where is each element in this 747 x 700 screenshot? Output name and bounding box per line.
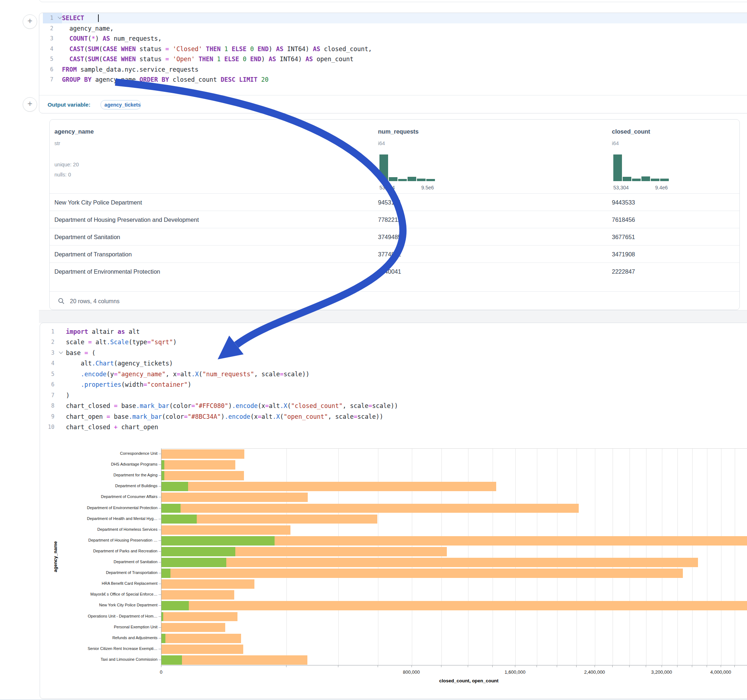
bar-closed_count [162, 601, 747, 610]
histogram-min-label: 53,304 [380, 185, 395, 190]
gridline [646, 449, 646, 665]
gridline [378, 449, 378, 665]
x-axis-tick [468, 665, 468, 667]
table-row[interactable]: Department of Transportation377489234719… [50, 245, 739, 263]
gridline [692, 449, 693, 665]
y-axis-label: Department for the Aging [42, 473, 157, 477]
add-cell-button-middle[interactable]: + [23, 97, 37, 112]
code-line[interactable]: 6FROM sample_data.nyc.service_requests [39, 65, 747, 75]
code-line[interactable]: 5 .encode(y="agency_name", x=alt.X("num_… [40, 369, 747, 380]
results-table: agency_namestrunique: 20nulls: 0num_requ… [49, 119, 740, 310]
y-axis-label: Operations Unit - Department of Hom… [42, 614, 157, 618]
bar-closed_count [162, 460, 235, 469]
gridline [338, 449, 339, 665]
x-axis-line [161, 665, 747, 665]
table-cell: Department of Environmental Protection [54, 263, 160, 280]
table-row[interactable]: New York City Police Department945313194… [50, 193, 739, 211]
x-axis-tick [537, 665, 537, 667]
code-line[interactable]: 4 CAST(SUM(CASE WHEN status = 'Closed' T… [39, 44, 747, 54]
code-line[interactable]: 8chart_closed = base.mark_bar(color="#FF… [40, 401, 747, 412]
code-text: ) [66, 390, 70, 401]
y-axis-label: Department of Health and Mental Hyg… [42, 516, 157, 520]
python-editor[interactable]: 1import altair as alt2scale = alt.Scale(… [40, 326, 747, 434]
x-axis-tick [286, 665, 286, 667]
code-line[interactable]: 2 agency_name, [39, 23, 747, 34]
x-axis-tick [692, 665, 692, 667]
add-cell-button-top[interactable]: + [23, 14, 37, 29]
column-type: i64 [378, 140, 385, 146]
code-line[interactable]: 9chart_open = base.mark_bar(color="#8BC3… [40, 411, 747, 422]
y-axis-label: Department of Homeless Services [42, 527, 157, 531]
line-number: 7 [39, 74, 53, 85]
output-variable-label: Output variable: [48, 101, 91, 108]
y-axis-tick [159, 594, 161, 595]
y-axis-tick [159, 649, 161, 649]
sql-cell: 1SELECT 2 agency_name,3 COUNT(*) AS num_… [39, 13, 747, 113]
code-text: CAST(SUM(CASE WHEN status = 'Open' THEN … [62, 54, 354, 65]
table-row[interactable]: Department of Housing Preservation and D… [50, 211, 739, 228]
y-axis-tick [159, 562, 161, 563]
histogram [613, 154, 669, 181]
y-axis-label: DHS Advantage Programs [42, 462, 157, 466]
x-axis-tick-label: 0 [160, 669, 162, 675]
row-count-label: 20 rows, 4 columns [70, 298, 119, 305]
table-cell: 7618456 [612, 211, 635, 228]
bar-open_count [162, 514, 197, 524]
fold-chevron-icon[interactable] [59, 350, 63, 354]
code-line[interactable]: 6 .properties(width="container") [40, 380, 747, 390]
x-axis-tick [612, 665, 612, 667]
bar-open_count [162, 460, 164, 469]
output-variable-row: Output variable: agency_tickets [39, 95, 747, 113]
table-row[interactable]: Department of Sanitation37494853677651 [50, 228, 739, 246]
y-axis-tick [159, 627, 161, 628]
bar-open_count [162, 601, 189, 610]
x-axis-tick [492, 665, 493, 667]
code-line[interactable]: 10chart_closed + chart_open [40, 422, 747, 433]
code-line[interactable]: 7GROUP BY agency_name ORDER BY closed_co… [39, 74, 747, 85]
search-icon[interactable] [58, 298, 65, 305]
line-number: 7 [40, 390, 54, 401]
code-text: SELECT [62, 13, 747, 23]
code-line[interactable]: 1import altair as alt [40, 326, 747, 337]
axis-title-x: closed_count, open_count [439, 678, 499, 683]
y-axis-label: Department of Parks and Recreation [42, 549, 157, 553]
code-line[interactable]: 4 alt.Chart(agency_tickets) [40, 358, 747, 369]
table-cell: 9443533 [612, 194, 635, 211]
bar-closed_count [162, 450, 244, 459]
y-axis-tick [159, 530, 161, 530]
bar-closed_count [162, 644, 243, 654]
code-text: .properties(width="container") [66, 380, 191, 390]
bar-open_count [162, 471, 164, 480]
bar-closed_count [162, 590, 234, 599]
output-variable-pill[interactable]: agency_tickets [101, 100, 141, 109]
y-axis-label: Personal Exemption Unit [42, 625, 157, 629]
code-line[interactable]: 1SELECT [39, 13, 747, 23]
code-line[interactable]: 5 CAST(SUM(CASE WHEN status = 'Open' THE… [39, 54, 747, 65]
y-axis-tick [159, 540, 161, 541]
histogram-bar [389, 177, 398, 181]
y-axis-label: Department of Housing Preservation … [42, 538, 157, 542]
line-number: 2 [40, 337, 54, 348]
column-header-num_requests: num_requests [378, 128, 419, 135]
code-line[interactable]: 3 COUNT(*) AS num_requests, [39, 33, 747, 44]
histogram-bar [632, 179, 641, 181]
sql-editor[interactable]: 1SELECT 2 agency_name,3 COUNT(*) AS num_… [39, 13, 747, 95]
gridline [629, 449, 630, 665]
y-axis-label: Department of Sanitation [42, 560, 157, 564]
gridline [493, 449, 493, 665]
gridline [515, 449, 516, 665]
code-line[interactable]: 2scale = alt.Scale(type="sqrt") [40, 337, 747, 348]
code-text: chart_open = base.mark_bar(color="#8BC34… [66, 411, 383, 422]
code-line[interactable]: 7) [40, 390, 747, 401]
bar-closed_count [162, 558, 698, 567]
code-line[interactable]: 3base = ( [40, 347, 747, 358]
y-axis-label: HRA Benefit Card Replacement [42, 581, 157, 585]
code-text: scale = alt.Scale(type="sqrt") [66, 337, 177, 348]
y-axis-tick [159, 519, 161, 519]
y-axis-label: Department of Consumer Affairs [42, 494, 157, 499]
histogram-bar [417, 179, 426, 181]
y-axis-label: Department of Buildings [42, 484, 157, 488]
y-axis-tick [159, 475, 161, 476]
table-cell: 3774892 [378, 246, 401, 263]
table-row[interactable]: Department of Environmental Protection22… [50, 262, 739, 280]
